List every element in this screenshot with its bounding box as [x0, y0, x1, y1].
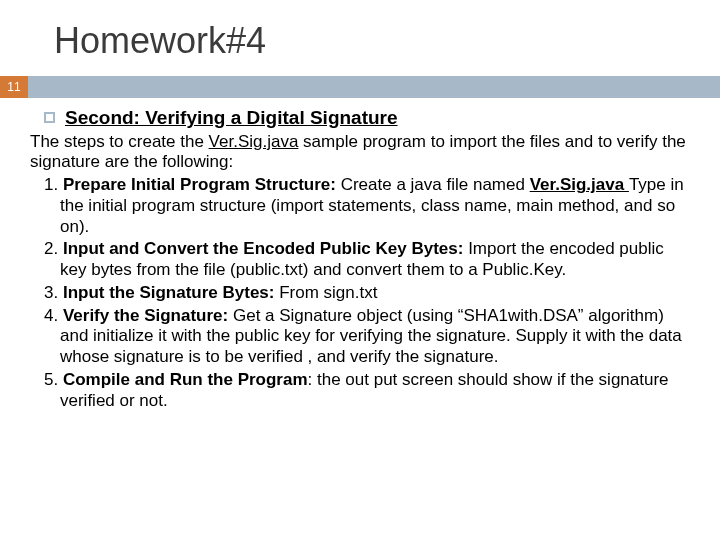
section-heading: Second: Verifying a Digital Signature [65, 107, 398, 128]
step-4: 4. Verify the Signature: Get a Signature… [30, 306, 690, 368]
step-2-num: 2. [44, 239, 63, 258]
step-1-filename: Ver.Sig.java [530, 175, 629, 194]
page-title: Homework#4 [0, 0, 720, 76]
bullet-icon [44, 112, 55, 123]
header-bar: 11 [0, 76, 720, 98]
step-2: 2. Input and Convert the Encoded Public … [30, 239, 690, 280]
step-5-num: 5. [44, 370, 63, 389]
step-3: 3. Input the Signature Bytes: From sign.… [30, 283, 690, 304]
step-3-num: 3. [44, 283, 63, 302]
step-2-title: Input and Convert the Encoded Public Key… [63, 239, 468, 258]
step-3-text: From sign.txt [279, 283, 377, 302]
heading-row: Second: Verifying a Digital Signature [30, 106, 690, 130]
step-1-text-a: Create a java file named [341, 175, 530, 194]
step-4-title: Verify the Signature: [63, 306, 233, 325]
intro-text: The steps to create the Ver.Sig.java sam… [30, 132, 690, 173]
step-1-title: Prepare Initial Program Structure: [63, 175, 341, 194]
step-5-title: Compile and Run the Program [63, 370, 308, 389]
intro-filename: Ver.Sig.java [209, 132, 299, 151]
step-1: 1. Prepare Initial Program Structure: Cr… [30, 175, 690, 237]
slide-number-badge: 11 [0, 76, 28, 98]
content-area: Second: Verifying a Digital Signature Th… [0, 98, 720, 411]
intro-part-a: The steps to create the [30, 132, 209, 151]
step-1-num: 1. [44, 175, 63, 194]
step-5: 5. Compile and Run the Program: the out … [30, 370, 690, 411]
step-3-title: Input the Signature Bytes: [63, 283, 279, 302]
step-4-num: 4. [44, 306, 63, 325]
